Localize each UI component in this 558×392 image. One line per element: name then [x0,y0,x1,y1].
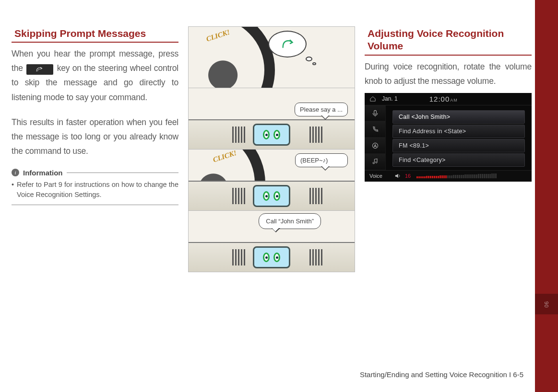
volume-tick [434,176,435,178]
volume-tick [416,176,418,178]
command-list-item[interactable]: Call <John Smith> [392,110,525,124]
volume-tick [461,175,462,178]
volume-tick [459,175,460,178]
volume-tick [487,174,489,179]
paragraph: This results in faster operation when yo… [12,115,178,158]
volume-tick [472,174,474,178]
volume-tick [470,174,472,178]
volume-tick [436,176,437,179]
volume-tick [439,175,441,178]
speech-bubble: Please say a ... [295,103,348,116]
vent-icon [309,127,311,143]
command-list-item[interactable]: FM <89.1> [392,139,525,152]
command-list: Call <John Smith>Find Address in <State>… [386,108,529,170]
volume-tick [486,174,487,178]
command-list-item[interactable]: Find <Category> [392,153,525,167]
volume-tick [476,174,477,179]
section-number: 06 [544,301,549,307]
svg-point-1 [372,143,378,148]
vent-icon [309,249,311,265]
face-screen-illustration [253,246,290,268]
middle-column: CLICK! Please say a ... [188,26,355,392]
paragraph: When you hear the prompt message, press … [12,46,178,104]
volume-tick [468,174,470,178]
volume-tick [484,174,485,178]
volume-tick [495,173,497,178]
comic-panel-1: CLICK! [189,27,355,88]
bullet-dot: • [12,180,14,200]
volume-tick [451,175,452,179]
heading-adjusting-volume: Adjusting Voice Recognition Volume [365,26,532,56]
volume-tick [474,174,475,179]
vent-icon [309,188,311,204]
status-time: 12:00AM [429,95,458,103]
music-note-icon [371,158,379,165]
volume-tick [466,174,468,178]
information-header: i Information [12,169,178,177]
steering-wheel-illustration [189,27,275,88]
left-column: Skipping Prompt Messages When you hear t… [12,26,178,392]
volume-tick [482,174,483,178]
volume-tick [430,176,431,178]
volume-tick [428,176,429,178]
section-number-chip: 06 [535,294,558,314]
dashboard-illustration [189,242,355,272]
volume-tick [422,176,424,178]
information-text: Refer to Part 9 for instructions on how … [17,180,178,200]
dashboard-illustration [189,181,355,210]
vent-icon [232,188,234,204]
volume-bar: Voice 16 [365,170,532,182]
volume-tick [445,175,447,178]
tab-phone[interactable] [365,121,386,138]
volume-tick [491,173,493,178]
speech-text: (BEEP~♪) [300,157,328,164]
comic-panel-2: Please say a ... [189,88,355,150]
comic-panel-4: Call “John Smith” [189,211,355,272]
speech-bubble: (BEEP~♪) [295,153,348,167]
information-bullet: • Refer to Part 9 for instructions on ho… [12,180,178,205]
tab-voice[interactable] [365,105,386,122]
bubble-trail [312,62,316,65]
volume-tick [447,175,449,178]
time-ampm: AM [450,98,458,103]
volume-meter [416,173,527,178]
volume-tick [457,175,458,178]
volume-tick [455,175,456,178]
volume-tick [420,176,422,178]
time-value: 12:00 [429,95,450,103]
speech-text: Call “John Smith” [266,218,314,225]
volume-tick [424,176,426,179]
voice-icon [281,37,294,51]
volume-tick [493,173,495,178]
home-icon [369,96,376,102]
paragraph: During voice recognition, rotate the vol… [365,59,532,88]
tab-media[interactable] [365,154,386,170]
page-footer: Starting/Ending and Setting Voice Recogn… [360,370,523,379]
volume-tick [480,174,481,178]
information-label: Information [23,169,63,177]
volume-tick [463,175,464,179]
volume-value: 16 [405,173,411,179]
speech-bubble: Call “John Smith” [259,213,321,229]
section-tab-strip [535,0,558,392]
volume-tick [449,175,451,179]
face-screen-illustration [253,185,290,207]
compass-icon [371,142,379,150]
infotainment-screenshot: Jan. 1 12:00AM Call <John Smith>Find Add… [365,93,532,182]
volume-tick [443,175,445,178]
speaker-icon [394,173,401,179]
dashboard-illustration [189,119,355,149]
tab-nav[interactable] [365,138,386,154]
command-list-item[interactable]: Find Address in <State> [392,125,525,138]
bubble-trail [306,57,312,61]
voice-key-icon [26,64,53,75]
heading-skipping-prompt: Skipping Prompt Messages [12,26,178,43]
page: Skipping Prompt Messages When you hear t… [0,0,535,392]
comic-panel-3: CLICK! (BEEP~♪) [189,150,355,211]
mic-icon [371,109,379,117]
volume-tick [453,175,454,178]
face-screen-illustration [253,124,290,146]
info-icon: i [12,169,19,176]
thought-bubble [268,31,307,58]
volume-label: Voice [369,173,391,179]
